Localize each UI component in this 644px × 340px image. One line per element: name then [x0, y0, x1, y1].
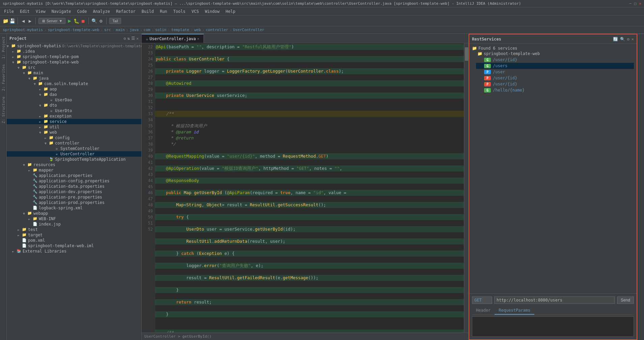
left-tab-project[interactable]: 1: Project: [0, 34, 6, 61]
breadcrumb-src[interactable]: src: [104, 28, 111, 32]
tree-item-application-config.properties[interactable]: 🔧application-config.properties: [7, 178, 141, 184]
forward-icon[interactable]: ▶: [27, 18, 33, 24]
tree-item-java[interactable]: ▼📁java: [7, 76, 141, 81]
breadcrumb-template[interactable]: template: [171, 28, 189, 32]
breadcrumb-main[interactable]: main: [116, 28, 125, 32]
rest-project-header[interactable]: 📁 springboot-template-web: [476, 51, 634, 57]
tree-item-com.solin.template[interactable]: ▼📁com.solin.template: [7, 81, 141, 86]
tab-close-btn[interactable]: ✕: [197, 37, 199, 41]
code-editor[interactable]: @Api(basePath = "", description = "Restf…: [155, 43, 464, 333]
tree-item-dao[interactable]: ▼📁dao: [7, 92, 141, 97]
tree-item-test[interactable]: ►📁test: [7, 227, 141, 232]
menu-window[interactable]: Window: [202, 8, 222, 15]
tree-item-UserDto[interactable]: ☕UserDto: [7, 108, 141, 113]
right-tab-1[interactable]: [638, 34, 644, 40]
tree-item-SystemController[interactable]: ☕SystemController: [7, 146, 141, 151]
tree-item-target[interactable]: ►📁target: [7, 232, 141, 238]
tree-item-util[interactable]: ►📁util: [7, 124, 141, 130]
debug-icon[interactable]: 🐛: [74, 18, 79, 24]
server-dropdown[interactable]: 🖥 Server ▼: [38, 18, 65, 24]
tree-item-index.jsp[interactable]: 📄index.jsp: [7, 221, 141, 227]
breadcrumb-controller[interactable]: controller: [206, 28, 228, 32]
menu-help[interactable]: Help: [223, 8, 238, 15]
breadcrumb-usercontroller[interactable]: UserController: [233, 28, 264, 32]
rest-method-input[interactable]: [472, 296, 492, 304]
breadcrumb-template-web[interactable]: springboot-template-web: [48, 28, 99, 32]
back-icon[interactable]: ◀: [21, 18, 26, 24]
save-icon[interactable]: 💾: [9, 18, 15, 24]
tree-item-WEB-INF[interactable]: ►📁WEB-INF: [7, 216, 141, 221]
menu-build[interactable]: Build: [139, 8, 157, 15]
menu-navigate[interactable]: Navigate: [49, 8, 74, 15]
rest-tab-params[interactable]: RequestParams: [495, 307, 534, 315]
tab-usercontroller[interactable]: ☕ UserController.java ✕: [142, 34, 204, 43]
tree-item-web[interactable]: ▼📁web: [7, 130, 141, 135]
tree-item-webapp[interactable]: ▼📁webapp: [7, 211, 141, 216]
tree-item-mapper[interactable]: ►📁mapper: [7, 167, 141, 173]
tree-item-SpringbootTemplateApplication[interactable]: 🍃SpringbootTemplateApplication: [7, 157, 141, 162]
settings-icon[interactable]: ⚙: [98, 18, 104, 24]
tree-item-main[interactable]: ▼📁main: [7, 70, 141, 76]
rest-refresh-icon[interactable]: 🔄: [613, 37, 618, 42]
tree-item-springboot-template-web[interactable]: ▼📁springboot-template-web: [7, 59, 141, 65]
maximize-btn[interactable]: □: [634, 1, 637, 6]
rest-endpoint-put-user[interactable]: P /user/{id}: [476, 75, 634, 81]
rest-endpoint-delete-user[interactable]: P /user/{id}: [476, 81, 634, 87]
menu-analyze[interactable]: Analyze: [90, 8, 113, 15]
rest-search-icon[interactable]: 🔍: [620, 37, 625, 42]
breadcrumb-web[interactable]: web: [194, 28, 201, 32]
tree-item-springboot-template-web.iml[interactable]: 📄springboot-template-web.iml: [7, 243, 141, 249]
left-tab-structure[interactable]: Z: Structure: [0, 94, 6, 126]
menu-run[interactable]: Run: [157, 8, 170, 15]
tree-item-External Libraries[interactable]: ►📚External Libraries: [7, 249, 141, 254]
tree-item-idea[interactable]: ►📁.idea: [7, 49, 141, 54]
tail-button[interactable]: Tail: [109, 18, 121, 24]
breadcrumb-com[interactable]: com: [144, 28, 150, 32]
tree-item-src[interactable]: ▼📁src: [7, 65, 141, 70]
tree-item-aop[interactable]: ►📁aop: [7, 86, 141, 92]
tree-item-logback-spring.xml[interactable]: 📄logback-spring.xml: [7, 205, 141, 211]
rest-endpoint-get-users[interactable]: G /users: [476, 63, 634, 69]
menu-tools[interactable]: Tools: [171, 8, 188, 15]
breadcrumb-java[interactable]: java: [130, 28, 139, 32]
rest-endpoint-get-user-id[interactable]: G /user/{id}: [476, 57, 634, 63]
rest-settings-icon[interactable]: ⚙: [627, 37, 629, 42]
rest-tab-header[interactable]: Header: [472, 307, 495, 315]
run-icon[interactable]: ▶: [67, 18, 72, 24]
close-icon[interactable]: ✕: [136, 36, 139, 41]
left-tab-favorites[interactable]: 2: Favorites: [0, 61, 6, 94]
tree-item-application-pre.properties[interactable]: 🔧application-pre.properties: [7, 194, 141, 200]
stop-icon[interactable]: ■: [80, 18, 86, 24]
tree-item-application-prod.properties[interactable]: 🔧application-prod.properties: [7, 200, 141, 205]
breadcrumb-springboot-mybatis[interactable]: springboot-mybatis: [3, 28, 43, 32]
rest-close-icon[interactable]: ✕: [632, 37, 634, 42]
editor-scrollbar[interactable]: [464, 43, 469, 333]
tree-item-UserController[interactable]: ☕UserController: [7, 151, 141, 157]
menu-code[interactable]: Code: [75, 8, 90, 15]
rest-endpoint-get-hello[interactable]: G /hello/{name}: [476, 87, 634, 93]
menu-edit[interactable]: Edit: [17, 8, 32, 15]
rest-url-input[interactable]: [494, 296, 615, 304]
collapse-icon[interactable]: ☰: [131, 36, 135, 41]
search-icon[interactable]: 🔍: [91, 18, 97, 24]
open-file-icon[interactable]: 📁: [3, 18, 8, 24]
rest-found-header[interactable]: 📁 Found 6 services: [472, 46, 634, 51]
rest-endpoint-post-user[interactable]: P /user: [476, 69, 634, 75]
menu-file[interactable]: File: [1, 8, 17, 15]
tree-item-application-dev.properties[interactable]: 🔧application-dev.properties: [7, 189, 141, 194]
tree-item-UserDao[interactable]: ☕UserDao: [7, 97, 141, 103]
minimize-btn[interactable]: ─: [629, 1, 632, 6]
tree-item-service[interactable]: ►📁service: [7, 119, 141, 124]
settings-icon[interactable]: ⚙: [123, 36, 126, 41]
menu-view[interactable]: View: [33, 8, 48, 15]
tree-item-pom.xml[interactable]: 📄pom.xml: [7, 238, 141, 243]
breadcrumb-solin[interactable]: solin: [155, 28, 166, 32]
close-btn[interactable]: ✕: [639, 1, 641, 6]
tree-item-application-data.properties[interactable]: 🔧application-data.properties: [7, 184, 141, 189]
tree-item-config[interactable]: ►📁config: [7, 135, 141, 140]
rest-send-button[interactable]: Send: [617, 296, 634, 304]
tree-item-exception[interactable]: ►📁exception: [7, 113, 141, 119]
menu-vcs[interactable]: VCS: [189, 8, 202, 15]
tree-item-dto[interactable]: ▼📁dto: [7, 103, 141, 108]
tree-item-controller[interactable]: ▼📁controller: [7, 140, 141, 146]
